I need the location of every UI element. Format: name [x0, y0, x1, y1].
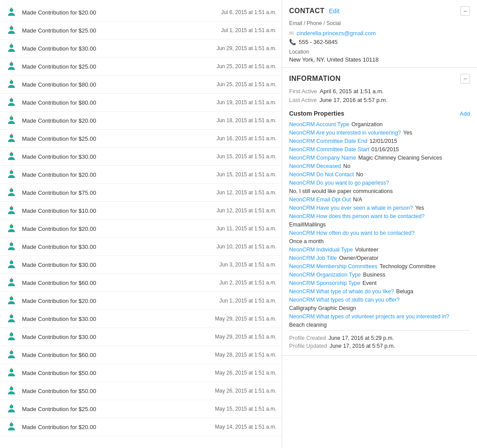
- activity-date: Jul 1, 2015 at 1:51 a.m.: [221, 27, 276, 33]
- activity-icon: [5, 313, 18, 325]
- prop-row: NeonCRM Committee Date Start01/16/2015: [289, 146, 470, 153]
- svg-marker-1: [11, 7, 12, 9]
- activity-text: Made Contribution for $30.00: [22, 334, 215, 340]
- activity-icon: [5, 295, 18, 307]
- svg-marker-43: [11, 386, 12, 387]
- activity-row: Made Contribution for $50.00May 26, 2015…: [0, 364, 282, 382]
- last-active-row: Last Active June 17, 2016 at 5:57 p.m.: [289, 97, 470, 103]
- profile-dates: Profile Created June 17, 2016 at 5:29 p.…: [289, 330, 470, 349]
- prop-row: NeonCRM DeceasedNo: [289, 163, 470, 169]
- props-list: NeonCRM Account TypeOrganizationNeonCRM …: [289, 121, 470, 328]
- information-header: INFORMATION −: [289, 74, 470, 84]
- activity-row: Made Contribution for $50.00May 26, 2015…: [0, 382, 282, 400]
- activity-row: Made Contribution for $80.00Jun 19, 2015…: [0, 94, 282, 112]
- svg-marker-11: [11, 97, 12, 99]
- activity-text: Made Contribution for $20.00: [22, 171, 216, 178]
- prop-row: NeonCRM Email Opt OutN/A: [289, 197, 470, 203]
- information-collapse-button[interactable]: −: [460, 74, 470, 84]
- prop-key: NeonCRM Do you want to go paperless?: [289, 180, 389, 186]
- activity-row: Made Contribution for $20.00Jun 15, 2015…: [0, 166, 282, 184]
- information-title: INFORMATION: [289, 75, 341, 83]
- custom-props-header: Custom Properties Add: [289, 110, 470, 117]
- svg-point-4: [10, 44, 13, 48]
- email-icon: ✉: [289, 30, 294, 36]
- prop-row: EmailIMaillings: [289, 222, 470, 228]
- activity-text: Made Contribution for $20.00: [22, 117, 216, 124]
- activity-icon: [5, 78, 18, 91]
- activity-date: Jun 29, 2015 at 1:51 a.m.: [216, 45, 276, 51]
- information-section: INFORMATION − First Active April 6, 2015…: [282, 68, 477, 356]
- svg-point-20: [10, 189, 13, 192]
- activity-icon: [5, 114, 18, 127]
- activity-date: May 26, 2015 at 1:51 a.m.: [215, 370, 276, 376]
- prop-row: NeonCRM Sponsorship TypeEvent: [289, 280, 470, 286]
- activity-icon: [5, 349, 18, 361]
- prop-row: NeonCRM What types of skills can you off…: [289, 297, 470, 303]
- svg-marker-27: [11, 241, 12, 243]
- svg-marker-3: [11, 25, 12, 27]
- svg-marker-15: [11, 133, 12, 135]
- prop-row: NeonCRM Job TitleOwner/Operator: [289, 255, 470, 261]
- profile-created-label: Profile Created: [289, 335, 326, 341]
- prop-value: Owner/Operator: [339, 255, 378, 261]
- prop-key: NeonCRM Have you ever seen a whale in pe…: [289, 205, 413, 211]
- contact-title: CONTACT: [289, 7, 325, 15]
- svg-point-40: [10, 369, 13, 372]
- activity-text: Made Contribution for $30.00: [22, 244, 216, 250]
- first-active-row: First Active April 6, 2015 at 1:51 a.m.: [289, 88, 470, 95]
- add-property-link[interactable]: Add: [460, 110, 470, 117]
- contact-email[interactable]: cinderella.princezs@gmail.com: [297, 30, 376, 36]
- svg-point-30: [10, 279, 13, 282]
- activity-row: Made Contribution for $20.00Jun 11, 2015…: [0, 220, 282, 238]
- svg-point-24: [10, 225, 13, 228]
- profile-created-value: June 17, 2016 at 5:29 p.m.: [328, 335, 394, 341]
- prop-row: NeonCRM How often do you want to be cont…: [289, 230, 470, 236]
- svg-point-28: [10, 261, 13, 264]
- activity-icon: [5, 6, 18, 18]
- first-active-label: First Active: [289, 88, 317, 95]
- activity-row: Made Contribution for $30.00Jun 29, 2015…: [0, 40, 282, 58]
- svg-point-46: [10, 423, 13, 426]
- last-active-value: June 17, 2016 at 5:57 p.m.: [319, 97, 388, 103]
- prop-key: NeonCRM Membership Committees: [289, 263, 378, 270]
- activity-row: Made Contribution for $20.00Jul 6, 2015 …: [0, 4, 282, 22]
- phone-icon: 📞: [289, 39, 296, 45]
- contact-subtitle: Email / Phone / Social: [289, 20, 470, 26]
- prop-key: NeonCRM How does this person want to be …: [289, 213, 425, 219]
- activity-date: Jun 11, 2015 at 1:51 a.m.: [216, 226, 276, 232]
- svg-point-44: [10, 405, 13, 408]
- activity-icon: [5, 96, 18, 109]
- activity-row: Made Contribution for $20.00Jun 1, 2015 …: [0, 292, 282, 310]
- activity-text: Made Contribution for $10.00: [22, 208, 216, 214]
- activity-date: May 15, 2015 at 1:51 a.m.: [215, 406, 276, 412]
- prop-row: NeonCRM How does this person want to be …: [289, 213, 470, 219]
- prop-value: No: [343, 163, 350, 169]
- right-panel: CONTACT Edit − Email / Phone / Social ✉ …: [282, 0, 477, 448]
- activity-row: Made Contribution for $75.00Jun 12, 2015…: [0, 184, 282, 202]
- activity-text: Made Contribution for $25.00: [22, 135, 216, 142]
- edit-link[interactable]: Edit: [329, 7, 340, 15]
- activity-date: Jun 1, 2015 at 1:51 a.m.: [220, 298, 276, 304]
- activity-text: Made Contribution for $20.00: [22, 298, 220, 304]
- prop-row: NeonCRM Committee Date End12/01/2015: [289, 138, 470, 144]
- prop-row: NeonCRM Account TypeOrganization: [289, 121, 470, 127]
- prop-key: NeonCRM What type of whale do you like?: [289, 288, 394, 295]
- svg-point-22: [10, 207, 13, 210]
- svg-marker-41: [11, 368, 12, 369]
- activity-date: Jun 18, 2015 at 1:51 a.m.: [216, 117, 276, 124]
- svg-marker-35: [11, 313, 12, 315]
- activity-row: Made Contribution for $25.00Jun 25, 2015…: [0, 58, 282, 76]
- activity-text: Made Contribution for $60.00: [22, 280, 220, 286]
- svg-point-36: [10, 333, 13, 336]
- activity-date: May 29, 2015 at 1:51 a.m.: [215, 334, 276, 340]
- svg-marker-9: [11, 79, 12, 81]
- svg-point-32: [10, 297, 13, 300]
- activity-text: Made Contribution for $50.00: [22, 370, 215, 376]
- contact-collapse-button[interactable]: −: [460, 6, 470, 16]
- prop-value: 01/16/2015: [371, 146, 399, 153]
- activity-date: May 28, 2015 at 1:51 a.m.: [215, 352, 276, 358]
- prop-key: NeonCRM Committee Date End: [289, 138, 367, 144]
- prop-key: NeonCRM Individual Type: [289, 247, 353, 253]
- svg-marker-7: [11, 61, 12, 63]
- svg-marker-17: [11, 151, 12, 153]
